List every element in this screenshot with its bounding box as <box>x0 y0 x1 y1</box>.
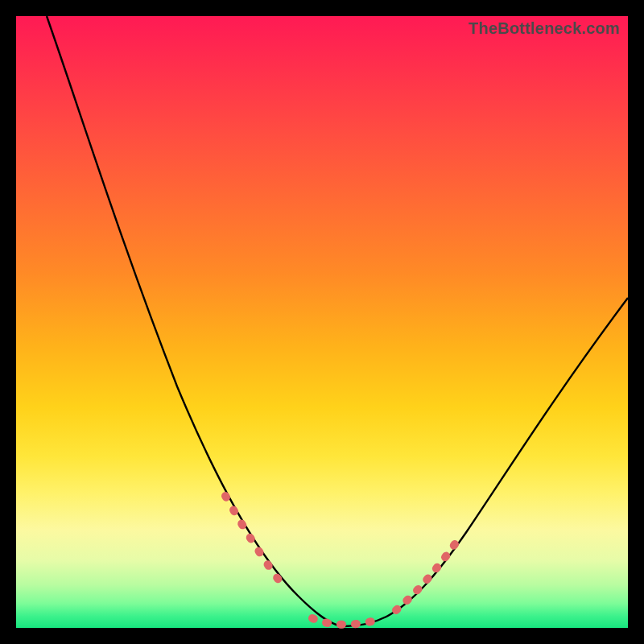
highlight-dots <box>225 496 455 625</box>
curve-path <box>47 16 628 626</box>
bottleneck-curve <box>16 16 628 628</box>
plot-area: TheBottleneck.com <box>16 16 628 628</box>
chart-frame: TheBottleneck.com <box>0 0 644 644</box>
